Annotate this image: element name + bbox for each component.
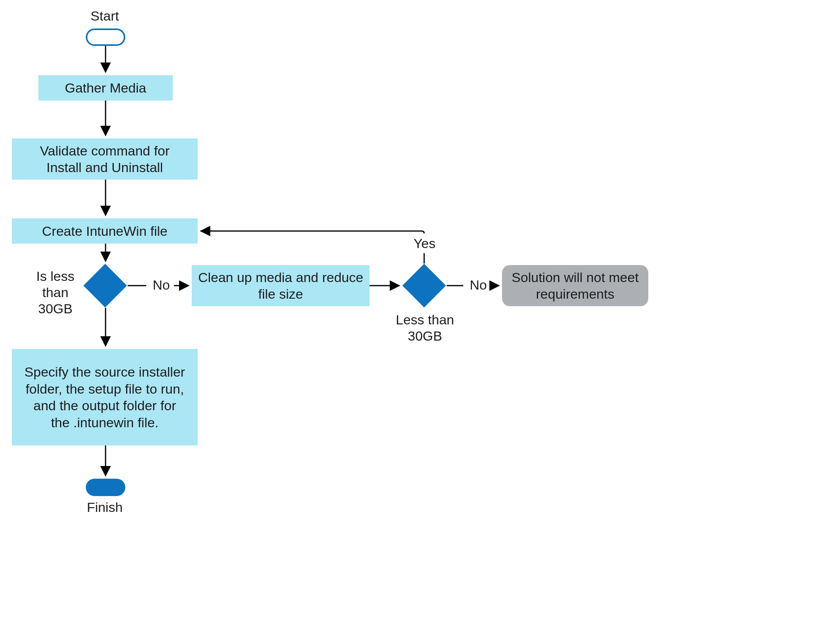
arrows-layer	[0, 0, 840, 629]
flowchart-canvas: Start Gather Media Validate command for …	[0, 0, 840, 629]
arrow-d2-yes-to-create	[201, 231, 424, 233]
